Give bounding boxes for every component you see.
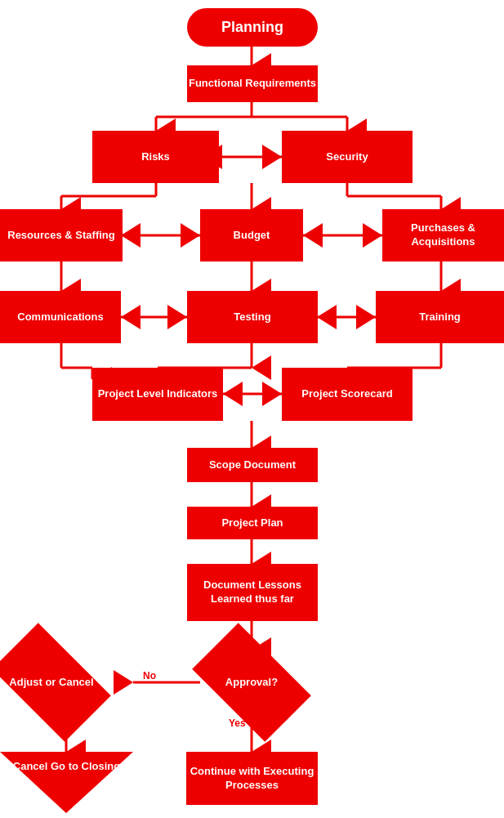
scope-document-node: Scope Document [187, 448, 318, 482]
project-scorecard-node: Project Scorecard [282, 368, 413, 421]
flowchart: Planning Functional Requirements Risks S… [0, 0, 504, 818]
project-plan-node: Project Plan [187, 507, 318, 539]
purchases-acquisitions-node: Purchases & Acquisitions [382, 209, 504, 261]
resources-staffing-node: Resources & Staffing [0, 209, 123, 261]
approval-node: Approval? [200, 650, 303, 715]
budget-node: Budget [200, 209, 303, 261]
cancel-closing-node: Cancel Go to Closing [0, 752, 133, 813]
functional-requirements-node: Functional Requirements [187, 65, 318, 102]
yes-label: Yes [229, 717, 246, 729]
document-lessons-node: Document Lessons Learned thus far [187, 564, 318, 621]
adjust-cancel-node: Adjust or Cancel [0, 650, 103, 715]
communications-node: Communications [0, 291, 121, 343]
no-label: No [143, 670, 156, 682]
training-node: Training [376, 291, 504, 343]
project-level-indicators-node: Project Level Indicators [92, 368, 223, 421]
risks-node: Risks [92, 131, 219, 183]
security-node: Security [282, 131, 413, 183]
continue-executing-node: Continue with Executing Processes [186, 752, 318, 805]
testing-node: Testing [187, 291, 318, 343]
planning-node: Planning [187, 8, 318, 47]
